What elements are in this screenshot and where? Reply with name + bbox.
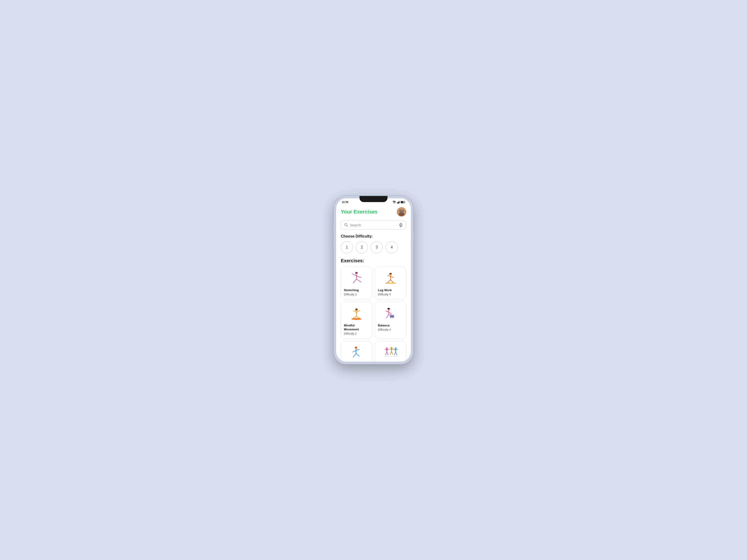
avatar[interactable]: [397, 207, 406, 216]
main-scroll[interactable]: Your Exercises: [336, 205, 411, 362]
svg-rect-0: [397, 203, 397, 204]
difficulty-button-1[interactable]: 1: [341, 241, 353, 254]
svg-line-63: [390, 352, 391, 354]
stretching-illustration: [344, 270, 369, 287]
svg-rect-23: [385, 283, 396, 284]
notch: [360, 196, 387, 202]
walking-illustration: [344, 345, 369, 361]
phone-frame: 12:30: [334, 196, 413, 364]
page-header: Your Exercises: [341, 207, 406, 216]
difficulty-button-2[interactable]: 2: [356, 241, 368, 254]
avatar-svg: [397, 207, 406, 216]
exercise-card-stretching[interactable]: Stretching Difficulty 2: [341, 267, 372, 299]
exercise-card-mindful[interactable]: Mindful Movement Difficulty 2: [341, 302, 372, 338]
difficulty-row: 1 2 3 4: [341, 241, 406, 254]
avatar-image: [397, 207, 406, 216]
svg-point-52: [355, 347, 357, 348]
svg-line-69: [394, 352, 396, 355]
search-icon: [344, 223, 348, 227]
svg-line-50: [353, 353, 356, 357]
svg-line-43: [386, 315, 389, 318]
dance-illustration: [378, 345, 403, 361]
svg-line-20: [353, 279, 357, 283]
svg-line-48: [353, 350, 356, 352]
svg-line-29: [390, 280, 393, 283]
microphone-icon[interactable]: [399, 223, 403, 227]
svg-line-21: [357, 279, 361, 282]
difficulty-button-3[interactable]: 3: [371, 241, 383, 254]
signal-icon: [397, 201, 400, 204]
wifi-icon: [393, 201, 396, 204]
page-title: Your Exercises: [341, 209, 378, 215]
exercise-difficulty-stretching: Difficulty 2: [344, 293, 357, 296]
exercise-card-dance[interactable]: Dance Difficulty 4: [375, 341, 406, 362]
svg-line-49: [356, 349, 359, 350]
difficulty-label: Choose Difficulty:: [341, 234, 406, 238]
svg-point-22: [355, 272, 358, 273]
exercise-grid: Stretching Difficulty 2: [341, 267, 406, 362]
exercise-card-legwork[interactable]: Leg Work Difficulty 4: [375, 267, 406, 299]
exercise-difficulty-balance: Difficulty 4: [378, 328, 391, 331]
svg-point-10: [399, 212, 404, 216]
svg-rect-5: [401, 202, 403, 203]
battery-icon: [401, 201, 405, 204]
exercise-name-stretching: Stretching: [344, 288, 359, 292]
status-icons: [393, 201, 405, 204]
svg-line-42: [386, 311, 389, 312]
svg-line-57: [385, 352, 387, 355]
search-placeholder[interactable]: Search: [350, 223, 397, 227]
svg-rect-2: [398, 202, 399, 204]
phone-screen: 12:30: [336, 198, 411, 362]
exercise-name-mindful: Mindful Movement: [344, 324, 369, 331]
status-time: 12:30: [342, 201, 348, 204]
svg-point-36: [355, 309, 358, 310]
exercise-name-balance: Balance: [378, 324, 390, 328]
exercise-card-walking[interactable]: Speed Walking Difficulty 1: [341, 341, 372, 362]
svg-line-64: [391, 352, 393, 354]
svg-line-41: [389, 312, 391, 314]
svg-rect-1: [397, 202, 398, 204]
svg-line-51: [356, 353, 359, 356]
svg-line-70: [396, 352, 397, 355]
exercise-name-legwork: Leg Work: [378, 288, 392, 292]
mindful-illustration: [344, 305, 369, 322]
svg-line-19: [357, 276, 361, 277]
svg-line-58: [387, 352, 388, 355]
difficulty-button-4[interactable]: 4: [386, 241, 398, 254]
exercises-label: Exercises:: [341, 258, 406, 263]
svg-line-27: [390, 276, 393, 277]
exercise-difficulty-mindful: Difficulty 2: [344, 332, 357, 335]
balance-illustration: [378, 305, 403, 322]
exercise-difficulty-legwork: Difficulty 4: [378, 293, 391, 296]
svg-rect-13: [400, 223, 402, 225]
svg-point-45: [387, 308, 390, 310]
svg-point-30: [389, 273, 392, 274]
svg-line-12: [347, 225, 348, 226]
svg-rect-3: [399, 201, 400, 204]
search-bar[interactable]: Search: [341, 220, 406, 230]
svg-point-31: [351, 318, 362, 320]
exercise-card-balance[interactable]: Balance Difficulty 4: [375, 302, 406, 338]
svg-line-28: [388, 280, 390, 283]
legwork-illustration: [378, 270, 403, 287]
